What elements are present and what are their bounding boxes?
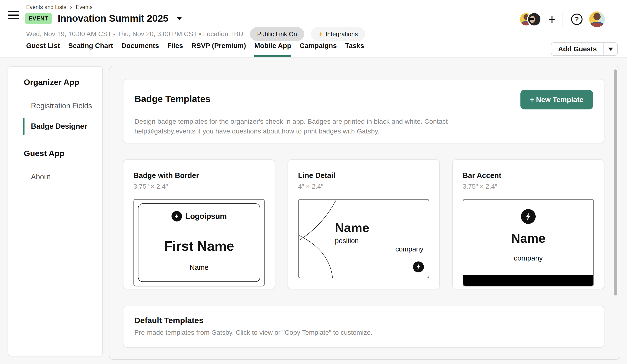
badge-field-name: Name [190,263,209,271]
chevron-down-icon[interactable] [176,17,182,20]
tab-guest-list[interactable]: Guest List [26,42,60,57]
template-cards-row: Badge with Border 3.75" × 2.4" Logoipsum… [123,159,604,289]
top-bar: Events and Lists › Events EVENT Innovati… [0,0,627,57]
badge-inner-border: Logoipsum First Name Name [138,204,260,282]
add-guests-dropdown[interactable] [603,43,617,55]
template-card-line-detail[interactable]: Line Detail 4" × 2.4" Name position comp… [288,159,440,289]
template-name: Bar Accent [463,171,594,180]
scrollbar-thumb[interactable] [614,69,617,296]
top-right-actions: + ? [520,11,605,27]
tab-tasks[interactable]: Tasks [345,42,364,57]
badge-accent-bar [463,275,593,286]
template-card-bar-accent[interactable]: Bar Accent 3.75" × 2.4" Name company [452,159,604,289]
template-size: 3.75" × 2.4" [463,183,594,190]
logo-wordmark: Logoipsum [186,212,227,221]
event-type-badge: EVENT [25,13,52,24]
main-content-panel: Badge Templates + New Template Design ba… [109,66,620,360]
logo-bolt-icon [521,209,536,224]
badge-preview: Logoipsum First Name Name [133,199,265,286]
badge-preview: Name position company [298,199,429,278]
template-name: Line Detail [298,171,429,180]
sidebar-heading-organizer-app: Organizer App [24,78,102,87]
chevron-down-icon [608,48,613,51]
badge-field-company: company [395,245,423,253]
page-title: Innovation Summit 2025 [58,13,168,24]
default-templates-description: Pre-made templates from Gatsby. Click to… [134,329,593,336]
breadcrumb: Events and Lists › Events [26,4,93,10]
collaborator-avatar-2[interactable] [528,13,540,25]
breadcrumb-events[interactable]: Events [76,4,93,10]
profile-avatar[interactable] [589,11,605,27]
event-date-location: Wed, Nov 19, 10:00 AM CST - Thu, Nov 20,… [26,30,243,38]
sidebar-item-about[interactable]: About [31,173,102,181]
lightning-icon [318,31,323,37]
badge-preview: Name company [463,199,594,286]
default-templates-title: Default Templates [134,316,593,325]
badge-field-name: Name [511,231,545,246]
add-guests-button[interactable]: Add Guests [551,42,618,56]
help-icon[interactable]: ? [571,14,582,25]
sidebar-item-registration-fields[interactable]: Registration Fields [31,102,102,110]
logo-bolt-icon [413,261,424,272]
sidebar-item-badge-designer[interactable]: Badge Designer [31,122,102,131]
logo-bolt-icon [171,211,182,221]
tab-rsvp-premium[interactable]: RSVP (Premium) [191,42,246,57]
add-guests-label[interactable]: Add Guests [551,43,603,55]
badge-templates-description: Design badge templates for the organizer… [134,117,508,136]
template-name: Badge with Border [133,171,265,180]
tab-documents[interactable]: Documents [121,42,159,57]
sidebar-heading-guest-app: Guest App [24,149,102,158]
public-link-pill[interactable]: Public Link On [250,27,304,41]
tab-files[interactable]: Files [167,42,183,57]
default-templates-card: Default Templates Pre-made templates fro… [123,306,604,348]
badge-divider-line [299,257,429,257]
badge-field-first-name: First Name [164,238,234,254]
header-divider [563,12,563,27]
badge-designer-sidebar: Organizer App Registration Fields Badge … [8,66,103,356]
new-template-button[interactable]: + New Template [521,90,593,109]
plus-icon[interactable]: + [548,13,556,26]
tab-campaigns[interactable]: Campaigns [300,42,337,57]
breadcrumb-events-and-lists[interactable]: Events and Lists [26,4,66,10]
badge-templates-title: Badge Templates [134,94,210,104]
integrations-pill[interactable]: Integrations [311,27,365,41]
tab-seating-chart[interactable]: Seating Chart [68,42,113,57]
event-meta-row: Wed, Nov 19, 10:00 AM CST - Thu, Nov 20,… [26,27,365,41]
tab-mobile-app[interactable]: Mobile App [254,42,291,57]
badge-templates-card: Badge Templates + New Template Design ba… [123,79,604,143]
template-size: 3.75" × 2.4" [133,183,265,190]
integrations-pill-label: Integrations [326,30,358,38]
badge-field-company: company [514,254,543,262]
template-size: 4" × 2.4" [298,183,429,190]
badge-field-name: Name [335,220,369,235]
event-tab-bar: Guest List Seating Chart Documents Files… [26,42,364,57]
breadcrumb-separator: › [70,4,72,10]
event-title-row: EVENT Innovation Summit 2025 [25,13,182,24]
template-card-badge-with-border[interactable]: Badge with Border 3.75" × 2.4" Logoipsum… [123,159,275,289]
badge-field-position: position [335,237,369,245]
hamburger-icon[interactable] [8,11,19,19]
